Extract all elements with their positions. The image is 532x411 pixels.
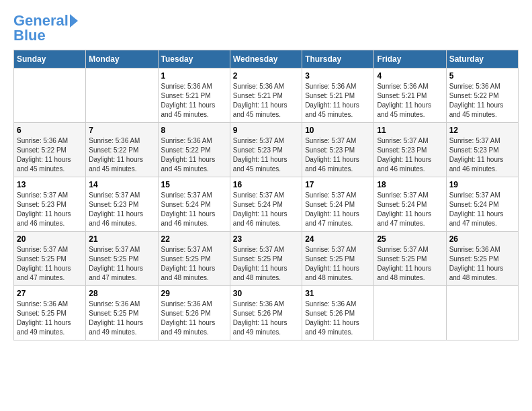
day-info: Sunrise: 5:37 AM Sunset: 5:25 PM Dayligh… <box>377 245 443 283</box>
day-number: 24 <box>305 234 371 244</box>
day-info: Sunrise: 5:37 AM Sunset: 5:25 PM Dayligh… <box>89 245 154 283</box>
logo-icon <box>70 14 78 28</box>
day-info: Sunrise: 5:37 AM Sunset: 5:23 PM Dayligh… <box>449 136 515 174</box>
calendar-cell: 10Sunrise: 5:37 AM Sunset: 5:23 PM Dayli… <box>302 123 374 177</box>
day-info: Sunrise: 5:36 AM Sunset: 5:22 PM Dayligh… <box>161 136 227 174</box>
day-info: Sunrise: 5:36 AM Sunset: 5:25 PM Dayligh… <box>17 300 83 337</box>
day-number: 15 <box>161 180 227 189</box>
day-number: 16 <box>233 180 299 189</box>
day-number: 27 <box>17 289 83 298</box>
day-info: Sunrise: 5:36 AM Sunset: 5:22 PM Dayligh… <box>89 136 154 174</box>
day-number: 6 <box>17 126 83 135</box>
calendar-cell: 15Sunrise: 5:37 AM Sunset: 5:24 PM Dayli… <box>158 177 230 232</box>
day-info: Sunrise: 5:36 AM Sunset: 5:21 PM Dayligh… <box>305 82 371 120</box>
calendar-cell: 3Sunrise: 5:36 AM Sunset: 5:21 PM Daylig… <box>302 68 374 123</box>
calendar-week-row: 13Sunrise: 5:37 AM Sunset: 5:23 PM Dayli… <box>14 177 519 232</box>
day-number: 21 <box>89 234 154 244</box>
calendar-cell <box>446 286 518 340</box>
day-number: 11 <box>377 126 443 135</box>
day-info: Sunrise: 5:37 AM Sunset: 5:25 PM Dayligh… <box>233 245 299 283</box>
page-header: General Blue <box>13 13 519 43</box>
logo-text-general: General <box>13 13 69 28</box>
day-number: 7 <box>89 126 154 135</box>
day-info: Sunrise: 5:37 AM Sunset: 5:23 PM Dayligh… <box>377 136 443 174</box>
day-number: 2 <box>233 71 299 81</box>
calendar-cell: 30Sunrise: 5:36 AM Sunset: 5:26 PM Dayli… <box>230 286 302 340</box>
day-number: 18 <box>377 180 443 189</box>
day-number: 25 <box>377 234 443 244</box>
day-number: 22 <box>161 234 227 244</box>
calendar-cell: 28Sunrise: 5:36 AM Sunset: 5:25 PM Dayli… <box>86 286 158 340</box>
day-info: Sunrise: 5:37 AM Sunset: 5:23 PM Dayligh… <box>89 191 154 228</box>
calendar-week-row: 27Sunrise: 5:36 AM Sunset: 5:25 PM Dayli… <box>14 286 519 340</box>
day-number: 14 <box>89 180 154 189</box>
weekday-header: Wednesday <box>230 50 302 68</box>
calendar-cell: 11Sunrise: 5:37 AM Sunset: 5:23 PM Dayli… <box>374 123 446 177</box>
day-number: 10 <box>305 126 371 135</box>
calendar-cell: 2Sunrise: 5:36 AM Sunset: 5:21 PM Daylig… <box>230 68 302 123</box>
calendar-cell: 25Sunrise: 5:37 AM Sunset: 5:25 PM Dayli… <box>374 232 446 286</box>
day-number: 31 <box>305 289 371 298</box>
logo: General Blue <box>13 13 78 43</box>
day-number: 3 <box>305 71 371 81</box>
day-number: 5 <box>449 71 515 81</box>
calendar-cell <box>14 68 86 123</box>
calendar-cell: 21Sunrise: 5:37 AM Sunset: 5:25 PM Dayli… <box>86 232 158 286</box>
calendar-cell: 14Sunrise: 5:37 AM Sunset: 5:23 PM Dayli… <box>86 177 158 232</box>
day-info: Sunrise: 5:36 AM Sunset: 5:22 PM Dayligh… <box>17 136 83 174</box>
day-number: 29 <box>161 289 227 298</box>
calendar-cell: 4Sunrise: 5:36 AM Sunset: 5:21 PM Daylig… <box>374 68 446 123</box>
weekday-header: Sunday <box>14 50 86 68</box>
calendar-week-row: 20Sunrise: 5:37 AM Sunset: 5:25 PM Dayli… <box>14 232 519 286</box>
calendar-cell: 22Sunrise: 5:37 AM Sunset: 5:25 PM Dayli… <box>158 232 230 286</box>
calendar-cell: 8Sunrise: 5:36 AM Sunset: 5:22 PM Daylig… <box>158 123 230 177</box>
day-number: 28 <box>89 289 154 298</box>
day-info: Sunrise: 5:36 AM Sunset: 5:25 PM Dayligh… <box>449 245 515 283</box>
calendar-week-row: 1Sunrise: 5:36 AM Sunset: 5:21 PM Daylig… <box>14 68 519 123</box>
day-info: Sunrise: 5:37 AM Sunset: 5:23 PM Dayligh… <box>305 136 371 174</box>
calendar-cell: 12Sunrise: 5:37 AM Sunset: 5:23 PM Dayli… <box>446 123 518 177</box>
day-info: Sunrise: 5:36 AM Sunset: 5:21 PM Dayligh… <box>233 82 299 120</box>
calendar-cell: 29Sunrise: 5:36 AM Sunset: 5:26 PM Dayli… <box>158 286 230 340</box>
day-number: 1 <box>161 71 227 81</box>
calendar-table: SundayMondayTuesdayWednesdayThursdayFrid… <box>13 50 519 340</box>
day-info: Sunrise: 5:37 AM Sunset: 5:23 PM Dayligh… <box>233 136 299 174</box>
calendar-cell: 24Sunrise: 5:37 AM Sunset: 5:25 PM Dayli… <box>302 232 374 286</box>
day-info: Sunrise: 5:36 AM Sunset: 5:26 PM Dayligh… <box>305 300 371 337</box>
day-number: 20 <box>17 234 83 244</box>
weekday-header: Friday <box>374 50 446 68</box>
day-number: 9 <box>233 126 299 135</box>
day-info: Sunrise: 5:36 AM Sunset: 5:26 PM Dayligh… <box>233 300 299 337</box>
calendar-cell: 27Sunrise: 5:36 AM Sunset: 5:25 PM Dayli… <box>14 286 86 340</box>
day-info: Sunrise: 5:37 AM Sunset: 5:25 PM Dayligh… <box>305 245 371 283</box>
weekday-header: Monday <box>86 50 158 68</box>
day-info: Sunrise: 5:36 AM Sunset: 5:22 PM Dayligh… <box>449 82 515 120</box>
calendar-cell <box>374 286 446 340</box>
calendar-cell: 31Sunrise: 5:36 AM Sunset: 5:26 PM Dayli… <box>302 286 374 340</box>
day-info: Sunrise: 5:37 AM Sunset: 5:24 PM Dayligh… <box>377 191 443 228</box>
calendar-cell: 20Sunrise: 5:37 AM Sunset: 5:25 PM Dayli… <box>14 232 86 286</box>
day-number: 17 <box>305 180 371 189</box>
calendar-week-row: 6Sunrise: 5:36 AM Sunset: 5:22 PM Daylig… <box>14 123 519 177</box>
calendar-cell: 17Sunrise: 5:37 AM Sunset: 5:24 PM Dayli… <box>302 177 374 232</box>
day-number: 4 <box>377 71 443 81</box>
calendar-cell: 13Sunrise: 5:37 AM Sunset: 5:23 PM Dayli… <box>14 177 86 232</box>
calendar-cell: 5Sunrise: 5:36 AM Sunset: 5:22 PM Daylig… <box>446 68 518 123</box>
calendar-cell: 26Sunrise: 5:36 AM Sunset: 5:25 PM Dayli… <box>446 232 518 286</box>
calendar-header-row: SundayMondayTuesdayWednesdayThursdayFrid… <box>14 50 519 68</box>
calendar-cell: 9Sunrise: 5:37 AM Sunset: 5:23 PM Daylig… <box>230 123 302 177</box>
day-info: Sunrise: 5:36 AM Sunset: 5:21 PM Dayligh… <box>377 82 443 120</box>
calendar-cell: 18Sunrise: 5:37 AM Sunset: 5:24 PM Dayli… <box>374 177 446 232</box>
logo-text-blue: Blue <box>13 28 46 43</box>
calendar-cell <box>86 68 158 123</box>
weekday-header: Tuesday <box>158 50 230 68</box>
day-number: 19 <box>449 180 515 189</box>
weekday-header: Saturday <box>446 50 518 68</box>
day-info: Sunrise: 5:37 AM Sunset: 5:23 PM Dayligh… <box>17 191 83 228</box>
day-info: Sunrise: 5:37 AM Sunset: 5:24 PM Dayligh… <box>233 191 299 228</box>
day-info: Sunrise: 5:37 AM Sunset: 5:24 PM Dayligh… <box>305 191 371 228</box>
calendar-cell: 7Sunrise: 5:36 AM Sunset: 5:22 PM Daylig… <box>86 123 158 177</box>
day-info: Sunrise: 5:37 AM Sunset: 5:24 PM Dayligh… <box>161 191 227 228</box>
calendar-cell: 19Sunrise: 5:37 AM Sunset: 5:24 PM Dayli… <box>446 177 518 232</box>
day-number: 12 <box>449 126 515 135</box>
